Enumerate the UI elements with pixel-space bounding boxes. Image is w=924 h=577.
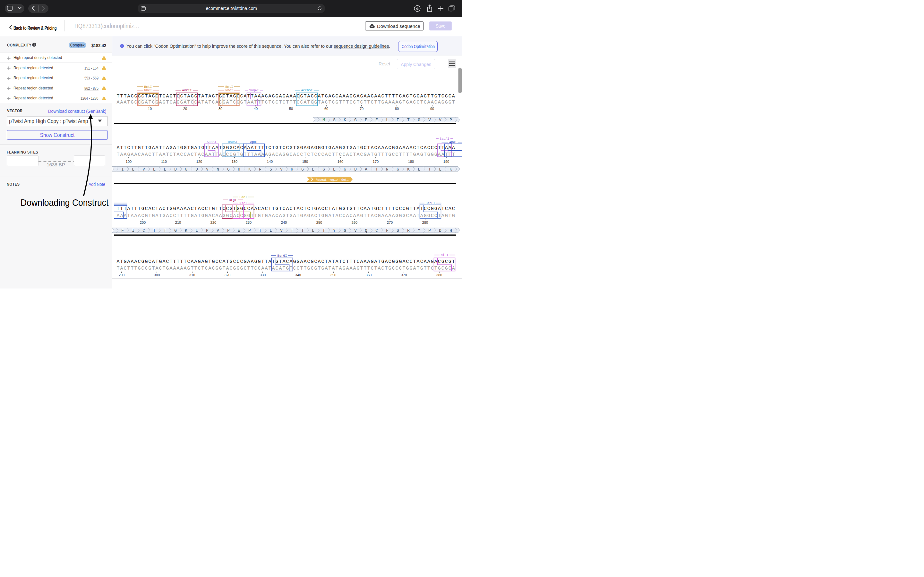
svg-text:BtgI: BtgI xyxy=(229,198,236,202)
svg-text:E: E xyxy=(153,167,156,172)
svg-text:290: 290 xyxy=(119,273,124,277)
svg-text:T: T xyxy=(259,229,262,233)
svg-text:NheI: NheI xyxy=(225,89,233,92)
svg-text:E: E xyxy=(365,118,367,122)
svg-text:D: D xyxy=(174,167,177,172)
svg-text:240: 240 xyxy=(281,221,287,224)
svg-text:70: 70 xyxy=(360,107,363,111)
svg-text:370: 370 xyxy=(401,273,407,277)
svg-text:Y: Y xyxy=(418,229,420,233)
svg-text:SaqAI: SaqAI xyxy=(207,140,216,144)
svg-text:30: 30 xyxy=(218,107,222,111)
svg-text:F: F xyxy=(259,167,262,172)
svg-text:G: G xyxy=(227,167,230,172)
svg-text:V: V xyxy=(206,167,208,172)
svg-text:R: R xyxy=(407,229,410,233)
svg-text:E: E xyxy=(375,118,378,122)
svg-text:130: 130 xyxy=(232,160,237,163)
svg-text:D: D xyxy=(195,167,198,172)
svg-text:H: H xyxy=(238,167,240,172)
svg-text:V: V xyxy=(428,118,431,122)
svg-text:L: L xyxy=(312,229,314,233)
svg-text:220: 220 xyxy=(210,221,216,224)
svg-text:L: L xyxy=(418,167,420,172)
svg-text:G: G xyxy=(344,167,346,172)
svg-text:Y: Y xyxy=(333,229,336,233)
svg-text:SaqAI: SaqAI xyxy=(249,89,258,92)
svg-text:AAATAAACGTGATGACCTTTTGATGGACAA: AAATAAACGTGATGACCTTTTGATGGACAAGGCACCGGTT… xyxy=(117,213,456,219)
svg-text:50: 50 xyxy=(289,107,293,111)
svg-text:ATGAAACGGCATGACTTTTTCAAGAGTGCC: ATGAAACGGCATGACTTTTTCAAGAGTGCCATGCCCGAAG… xyxy=(117,259,456,264)
svg-text:P: P xyxy=(227,229,230,233)
svg-text:R: R xyxy=(291,167,293,172)
svg-text:SaqAI: SaqAI xyxy=(439,137,449,141)
svg-text:ApoI: ApoI xyxy=(449,141,457,144)
svg-text:G: G xyxy=(397,167,399,172)
svg-text:250: 250 xyxy=(317,221,322,224)
svg-text:230: 230 xyxy=(246,221,252,224)
svg-text:L: L xyxy=(195,229,198,233)
svg-text:T: T xyxy=(153,229,156,233)
svg-text:BspEI: BspEI xyxy=(425,201,435,205)
svg-text:TTTACGGCTAGCTCAGTCCTAGGTATAGTG: TTTACGGCTAGCTCAGTCCTAGGTATAGTGCTAGCCATTA… xyxy=(117,93,456,99)
svg-text:T: T xyxy=(428,167,431,172)
svg-text:E: E xyxy=(312,167,314,172)
svg-text:TTTATTTGCACTACTGGAAAACTACCTGTT: TTTATTTGCACTACTGGAAAACTACCTGTTCCGTGGCCAA… xyxy=(117,206,456,211)
svg-text:260: 260 xyxy=(352,221,357,224)
svg-text:270: 270 xyxy=(387,221,393,224)
svg-text:110: 110 xyxy=(161,160,167,163)
svg-text:P: P xyxy=(449,118,452,122)
svg-text:330: 330 xyxy=(260,273,266,277)
svg-text:280: 280 xyxy=(422,221,428,224)
svg-text:190: 190 xyxy=(443,160,449,163)
svg-text:120: 120 xyxy=(196,160,202,163)
svg-text:P: P xyxy=(428,229,431,233)
svg-text:S: S xyxy=(333,118,336,122)
svg-text:V: V xyxy=(216,229,219,233)
svg-text:M: M xyxy=(322,118,325,122)
svg-text:G: G xyxy=(354,118,357,122)
svg-text:K: K xyxy=(185,229,187,233)
svg-text:T: T xyxy=(407,118,410,122)
svg-text:40: 40 xyxy=(254,107,258,111)
svg-text:210: 210 xyxy=(175,221,181,224)
svg-text:G: G xyxy=(418,118,420,122)
svg-text:K: K xyxy=(449,167,452,172)
svg-text:90: 90 xyxy=(430,107,434,111)
svg-text:320: 320 xyxy=(225,273,230,277)
svg-text:BsrGI: BsrGI xyxy=(277,254,287,258)
svg-text:310: 310 xyxy=(189,273,195,277)
svg-text:Acc65I: Acc65I xyxy=(301,89,312,92)
svg-text:T: T xyxy=(301,229,304,233)
svg-text:140: 140 xyxy=(267,160,273,163)
svg-text:G: G xyxy=(174,229,177,233)
svg-text:TAAGAACAACTTAATCTACCACTACAATTA: TAAGAACAACTTAATCTACCACTACAATTACCCGTGTTTA… xyxy=(117,152,456,157)
svg-text:T: T xyxy=(164,229,166,233)
svg-text:T: T xyxy=(291,229,293,233)
svg-text:G: G xyxy=(185,167,187,172)
svg-text:K: K xyxy=(407,167,410,172)
svg-text:C: C xyxy=(375,229,378,233)
svg-text:200: 200 xyxy=(140,221,145,224)
svg-text:N: N xyxy=(216,167,219,172)
svg-text:V: V xyxy=(142,167,145,172)
svg-text:340: 340 xyxy=(295,273,301,277)
svg-text:ApoI: ApoI xyxy=(250,140,258,144)
svg-text:V: V xyxy=(280,167,283,172)
svg-text:10: 10 xyxy=(148,107,152,111)
svg-text:L: L xyxy=(132,167,134,172)
svg-text:Q: Q xyxy=(365,229,367,233)
svg-text:G: G xyxy=(344,229,346,233)
svg-text:C: C xyxy=(142,229,145,233)
svg-text:F: F xyxy=(386,229,389,233)
svg-text:T: T xyxy=(375,167,378,172)
svg-text:I: I xyxy=(121,167,124,172)
svg-text:F: F xyxy=(397,118,399,122)
svg-text:AAATGCCGATCGAGTCAGGATCCATATCAC: AAATGCCGATCGAGTCAGGATCCATATCACGATCGGTAAT… xyxy=(117,100,456,105)
svg-text:V: V xyxy=(280,229,283,233)
svg-text:D: D xyxy=(354,167,357,172)
svg-text:BmtI: BmtI xyxy=(225,85,233,89)
svg-text:BseSI: BseSI xyxy=(228,140,237,144)
svg-text:100: 100 xyxy=(126,160,132,163)
svg-text:20: 20 xyxy=(183,107,187,111)
